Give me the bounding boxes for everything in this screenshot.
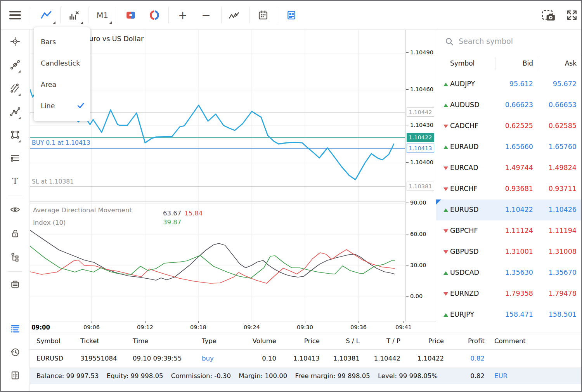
bid-price: 1.65660 — [505, 143, 533, 151]
zoom-in-button[interactable]: + — [172, 5, 194, 26]
time-axis-tick — [92, 321, 92, 323]
journal-tab[interactable] — [7, 368, 23, 383]
position-current-price: 1.10422 — [408, 355, 444, 362]
dropdown-corner-icon — [18, 117, 21, 119]
crosshair-icon — [10, 36, 21, 47]
time-axis[interactable]: 09:0009:0609:1209:1809:2409:3009:3609:41 — [30, 321, 436, 333]
position-volume: 0.10 — [239, 355, 276, 362]
calendar-button[interactable] — [252, 5, 274, 26]
market-watch-row[interactable]: GBPCHF 1.11124 1.11194 — [436, 220, 582, 241]
market-watch-row[interactable]: EURAUD 1.65660 1.65760 — [436, 137, 582, 158]
market-watch-row[interactable]: USDCAD 1.35630 1.35670 — [436, 262, 582, 283]
fibonacci-tool[interactable] — [7, 57, 23, 73]
drawing-toolbar: T — [1, 29, 29, 391]
calendar-icon — [258, 10, 268, 21]
print-tool[interactable] — [7, 277, 23, 292]
market-watch-row[interactable]: EURNZD 1.79358 1.79478 — [436, 283, 582, 304]
text-icon: T — [10, 176, 21, 187]
news-button[interactable] — [281, 5, 302, 26]
screenshot-button[interactable] — [538, 5, 559, 26]
price-direction-icon — [443, 271, 448, 275]
market-watch-row[interactable]: CADCHF 0.62525 0.62585 — [436, 116, 582, 137]
polyline-tool[interactable] — [7, 104, 23, 119]
ask-price: 0.66653 — [549, 101, 577, 109]
search-input[interactable] — [459, 35, 571, 47]
timeframe-button[interactable]: M1 — [92, 5, 113, 26]
menu-item-line[interactable]: Line — [34, 95, 90, 116]
chart-pane[interactable]: 1.104901.104601.104421.104301.104221.104… — [30, 29, 436, 333]
symbol-name: EURCHF — [450, 185, 478, 193]
price-axis-label: 1.10400 — [410, 159, 433, 165]
bid-price: 0.66623 — [505, 101, 533, 109]
ask-price: 95.672 — [553, 80, 577, 88]
time-axis-label: 09:36 — [350, 324, 367, 330]
time-axis-tick — [252, 321, 252, 323]
channel-tool[interactable] — [7, 80, 23, 96]
price-direction-icon — [443, 146, 448, 149]
unlock-icon — [10, 228, 21, 239]
open-position-row[interactable]: EURUSD 319551084 09.10 09:39:55 buy 0.10… — [30, 350, 582, 368]
rectangle-shape-icon — [10, 129, 21, 140]
one-click-trading-button[interactable] — [120, 5, 142, 26]
minus-di-line — [30, 250, 395, 283]
time-axis-label: 09:41 — [395, 324, 412, 330]
price-direction-icon — [443, 250, 448, 254]
levels-tool[interactable] — [7, 150, 23, 166]
market-watch-row[interactable]: EURJPY 158.471 158.501 — [436, 304, 582, 325]
position-open-price: 1.10413 — [284, 355, 320, 362]
dropdown-corner-icon — [109, 21, 112, 24]
market-watch-row[interactable]: EURUSD 1.10422 1.10426 — [436, 199, 582, 220]
market-watch-row[interactable]: AUDUSD 0.66623 0.66653 — [436, 95, 582, 116]
price-axis[interactable]: 1.104901.104601.104421.104301.104221.104… — [405, 30, 435, 321]
price-axis-label: 1.10460 — [410, 86, 433, 92]
price-direction-icon — [443, 83, 448, 86]
ask-price: 1.35670 — [549, 269, 577, 276]
visibility-tool[interactable] — [7, 202, 23, 217]
dropdown-corner-icon — [80, 21, 83, 24]
svg-text:T: T — [12, 176, 18, 186]
crosshair-tool[interactable] — [7, 34, 23, 49]
unlock-tool[interactable] — [7, 226, 23, 241]
market-watch-row[interactable]: EURCAD 1.49744 1.49824 — [436, 158, 582, 179]
print-icon — [10, 279, 21, 290]
indicators-button[interactable] — [223, 5, 245, 26]
market-watch-row[interactable]: EURCHF 0.93681 0.93711 — [436, 179, 582, 199]
price-axis-label: 1.10490 — [410, 49, 433, 56]
market-watch-row[interactable]: AUDJPY 95.612 95.672 — [436, 74, 582, 95]
bid-price: 158.471 — [505, 310, 533, 318]
market-depth-button[interactable] — [144, 5, 165, 26]
text-tool[interactable]: T — [7, 173, 23, 189]
market-watch-row[interactable]: GBPUSD 1.31001 1.31008 — [436, 241, 582, 262]
fullscreen-button[interactable] — [561, 5, 582, 26]
position-tp: 1.10442 — [365, 355, 400, 362]
remove-indicator-button[interactable] — [63, 5, 85, 26]
dropdown-corner-icon — [53, 21, 55, 24]
header-tp: T / P — [365, 337, 400, 345]
zoom-out-button[interactable]: − — [195, 5, 217, 26]
price-direction-icon — [443, 208, 448, 212]
chart-type-button[interactable] — [35, 5, 57, 26]
main-menu-icon[interactable] — [9, 11, 21, 19]
fullscreen-icon — [566, 9, 578, 21]
bid-price: 1.11124 — [505, 227, 533, 234]
chart-type-menu: Bars Candlestick Area Line — [34, 27, 90, 121]
ask-price: 158.501 — [549, 310, 577, 318]
bid-price: 1.35630 — [505, 269, 533, 276]
price-direction-icon — [443, 167, 448, 170]
object-list-tool[interactable] — [7, 249, 23, 265]
market-watch-rows: AUDJPY 95.612 95.672 AUDUSD 0.66623 0.66… — [436, 74, 582, 325]
ask-price: 1.49824 — [549, 164, 577, 172]
menu-item-bars[interactable]: Bars — [34, 31, 90, 52]
tp-price-label: 1.10442 — [407, 108, 434, 117]
shapes-tool[interactable] — [7, 127, 23, 142]
symbol-name: EURNZD — [450, 290, 479, 297]
history-tab[interactable] — [7, 344, 23, 360]
news-icon — [286, 10, 297, 21]
position-symbol: EURUSD — [36, 355, 63, 362]
header-time: Time — [133, 337, 148, 345]
menu-item-candlestick[interactable]: Candlestick — [34, 52, 90, 74]
trade-tab[interactable] — [7, 321, 23, 336]
position-profit: 0.82 — [450, 355, 485, 362]
market-watch-header[interactable]: Symbol Bid Ask — [436, 53, 582, 74]
menu-item-area[interactable]: Area — [34, 74, 90, 95]
